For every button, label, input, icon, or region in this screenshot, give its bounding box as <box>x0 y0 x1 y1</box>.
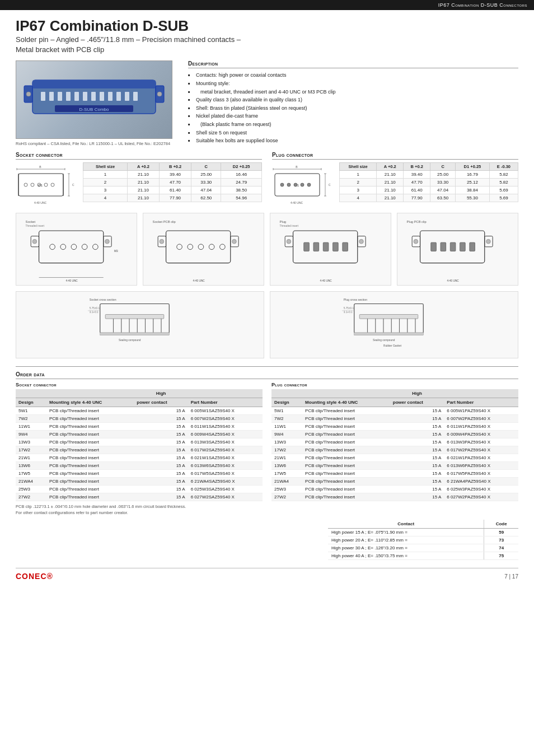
svg-point-73 <box>177 244 182 250</box>
svg-point-19 <box>157 92 162 96</box>
table-row: 421.1077.9063.5055.305.69 <box>340 194 518 202</box>
svg-point-33 <box>31 183 34 186</box>
description-label: Description <box>188 60 518 68</box>
desc-item-9: Suitable hex bolts are supplied loose <box>188 137 518 145</box>
main-title: IP67 Combination D-SUB <box>16 18 518 34</box>
svg-point-32 <box>24 183 27 186</box>
desc-item-1: Contacts: high power or coaxial contacts <box>188 71 518 80</box>
svg-rect-102 <box>470 242 475 251</box>
order-data-section: Order data Socket connector High Design … <box>16 371 518 560</box>
socket-label: Socket connector <box>16 152 262 160</box>
svg-point-104 <box>486 239 490 244</box>
svg-text:Sealing compound: Sealing compound <box>119 339 141 342</box>
desc-item-3: metal bracket, threaded insert and 4-40 … <box>188 88 518 96</box>
desc-item-4: Quality class 3 (also available in quali… <box>188 96 518 104</box>
svg-point-52 <box>307 183 311 186</box>
table-row: 221.1047.7033.3025.125.82 <box>340 179 518 186</box>
socket-diagram: Ø1 B C <box>16 162 77 207</box>
table-row: 5W1PCB clip/Threaded insert15 A6 005W1PA… <box>271 407 518 415</box>
svg-text:4-40 UNC: 4-40 UNC <box>447 279 459 282</box>
table-row: 421.1077.9062.5054.96 <box>83 194 262 202</box>
svg-text:M3: M3 <box>114 250 118 253</box>
svg-text:Sealing compound: Sealing compound <box>373 339 395 342</box>
table-row: 17W2PCB clip/Threaded insert15 A6 017W2P… <box>271 446 518 454</box>
svg-point-36 <box>51 183 54 186</box>
svg-text:D-SUB Combo: D-SUB Combo <box>79 107 109 112</box>
svg-rect-4 <box>41 92 45 101</box>
table-row: 25W3PCB clip/Threaded insert15 A6 025W3S… <box>16 486 263 493</box>
socket-dim-table: Shell size A +0.2 B +0.2 C D2 +0.25 121.… <box>83 162 262 202</box>
page-footer: CONEC® 7 | 17 <box>16 568 518 581</box>
table-row: 21W1PCB clip/Threaded insert15 A6 021W1P… <box>271 454 518 462</box>
svg-text:5.75±0.1: 5.75±0.1 <box>90 307 100 310</box>
svg-text:3.1+0.1: 3.1+0.1 <box>344 311 353 314</box>
svg-point-92 <box>359 239 363 244</box>
svg-rect-123 <box>359 314 418 319</box>
table-row: 9W4PCB clip/Threaded insert15 A6 009W4SA… <box>16 431 263 438</box>
socket-th-c: C <box>191 163 221 171</box>
table-row: 7W2PCB clip/Threaded insert15 A6 007W2SA… <box>16 415 263 423</box>
table-row: 25W3PCB clip/Threaded insert15 A6 025W3P… <box>271 486 518 493</box>
socket-th-b: B +0.2 <box>159 163 191 171</box>
svg-point-64 <box>32 239 37 244</box>
table-row: 321.1061.4047.0438.845.69 <box>340 186 518 194</box>
table-row: 21W1PCB clip/Threaded insert15 A6 021W1S… <box>16 454 263 462</box>
svg-text:Plug PCB clip: Plug PCB clip <box>406 220 426 223</box>
svg-text:Plug cross section: Plug cross section <box>344 298 367 301</box>
svg-rect-1 <box>32 80 156 88</box>
plug-dim-table: Shell size A +0.2 B +0.2 C D1 +0.25 E -0… <box>339 162 518 202</box>
svg-point-18 <box>26 92 31 96</box>
svg-text:4-40 UNC: 4-40 UNC <box>65 279 78 282</box>
svg-rect-7 <box>66 92 71 101</box>
svg-point-48 <box>280 183 284 186</box>
subtitle-line1: Solder pin – Angled – .465"/11.8 mm – Pr… <box>16 35 518 45</box>
svg-text:Rubber Gasket: Rubber Gasket <box>383 344 402 347</box>
svg-text:B: B <box>296 165 298 169</box>
svg-rect-89 <box>332 242 338 251</box>
svg-rect-10 <box>91 92 96 101</box>
subtitle-line2: Metal bracket with PCB clip <box>16 45 518 55</box>
svg-text:4-40 UNC: 4-40 UNC <box>193 279 205 282</box>
table-row: 121.1039.4025.0016.795.82 <box>340 171 518 179</box>
svg-rect-5 <box>49 92 54 101</box>
svg-point-59 <box>50 244 55 250</box>
desc-item-6: Nickel plated die-cast frame <box>188 112 518 120</box>
svg-rect-11 <box>100 92 104 101</box>
table-row: 17W5PCB clip/Threaded insert15 A6 017W5P… <box>271 470 518 478</box>
order-data-label: Order data <box>16 371 518 379</box>
svg-point-65 <box>105 239 109 244</box>
conec-logo: CONEC® <box>16 572 53 581</box>
svg-rect-86 <box>304 242 310 251</box>
table-row: 9W4PCB clip/Threaded insert15 A6 009W4PA… <box>271 431 518 438</box>
svg-rect-101 <box>460 242 465 251</box>
table-row: 27W2PCB clip/Threaded insert15 A6 027W2S… <box>16 493 263 501</box>
desc-item-7: (Black plastic frame on request) <box>188 120 518 129</box>
svg-point-62 <box>82 244 87 250</box>
table-row: 11W1PCB clip/Threaded insert15 A6 011W1P… <box>271 423 518 431</box>
svg-point-91 <box>287 239 291 244</box>
table-row: 17W5PCB clip/Threaded insert15 A6 017W5S… <box>16 470 263 478</box>
socket-th-d2: D2 +0.25 <box>221 163 262 171</box>
table-row: 27W2PCB clip/Threaded insert15 A6 027W2P… <box>271 493 518 501</box>
page-header: IP67 Combination D-SUB Connectors <box>0 0 534 10</box>
tech-diagram-2: Socket PCB clip 4-40 UNC <box>143 213 264 286</box>
desc-item-2: Mounting style: <box>188 80 518 88</box>
socket-connector-section: Socket connector Ø1 B <box>16 152 262 207</box>
desc-item-5: Shell: Brass tin plated (Stainless steel… <box>188 104 518 113</box>
svg-text:3.1+0.1: 3.1+0.1 <box>90 311 99 314</box>
plug-order-table: High Design Mounting style 4-40 UNC powe… <box>271 389 518 501</box>
table-row: High power 30 A ; E= .126"/3.20 mm =74 <box>328 544 518 552</box>
svg-rect-116 <box>100 333 170 335</box>
cross-section-plug: Plug cross section Sealing compound Rubb… <box>270 291 518 358</box>
product-image: D-SUB Combo <box>16 60 172 139</box>
plug-order-label: Plug connector <box>271 382 518 388</box>
pcb-note: PCB clip .122"/3.1 ± .004"/0.10 mm hole … <box>16 504 518 509</box>
order-divider <box>16 366 518 367</box>
svg-point-35 <box>44 183 48 186</box>
svg-text:4-40 UNC: 4-40 UNC <box>320 279 332 282</box>
table-row: High power 40 A ; E= .150"/3.75 mm =75 <box>328 552 518 560</box>
svg-text:Socket: Socket <box>25 220 35 223</box>
svg-point-75 <box>198 244 204 250</box>
table-row: High power 15 A ; E= .075"/1.90 mm =59 <box>328 529 518 536</box>
desc-item-8: Shell size 5 on request <box>188 129 518 137</box>
